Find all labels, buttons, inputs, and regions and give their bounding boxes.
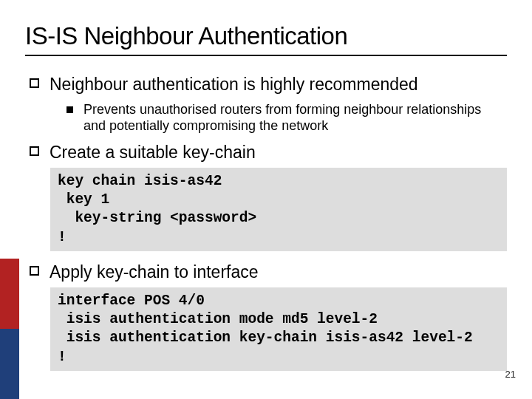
sidebar-accent [0, 259, 19, 399]
filled-square-bullet-icon [66, 106, 73, 113]
bullet-item: Apply key-chain to interface interface P… [30, 262, 507, 371]
square-bullet-icon [30, 266, 39, 276]
square-bullet-icon [30, 78, 39, 88]
slide-title: IS-IS Neighbour Authentication [25, 22, 507, 56]
bullet-text: Apply key-chain to interface [50, 262, 259, 283]
accent-red [0, 259, 19, 329]
sub-bullet-item: Prevents unauthorised routers from formi… [30, 101, 507, 134]
square-bullet-icon [30, 146, 39, 156]
code-block: key chain isis-as42 key 1 key-string <pa… [50, 168, 507, 251]
sub-bullet-text: Prevents unauthorised routers from formi… [83, 101, 507, 134]
page-number: 21 [505, 369, 516, 380]
code-block: interface POS 4/0 isis authentication mo… [50, 287, 507, 371]
accent-blue [0, 329, 19, 399]
bullet-item: Neighbour authentication is highly recom… [30, 74, 507, 134]
bullet-item: Create a suitable key-chain key chain is… [30, 142, 507, 251]
slide-body: Neighbour authentication is highly recom… [25, 74, 507, 371]
bullet-text: Neighbour authentication is highly recom… [50, 74, 418, 95]
bullet-text: Create a suitable key-chain [50, 142, 256, 163]
slide: IS-IS Neighbour Authentication Neighbour… [0, 0, 532, 399]
